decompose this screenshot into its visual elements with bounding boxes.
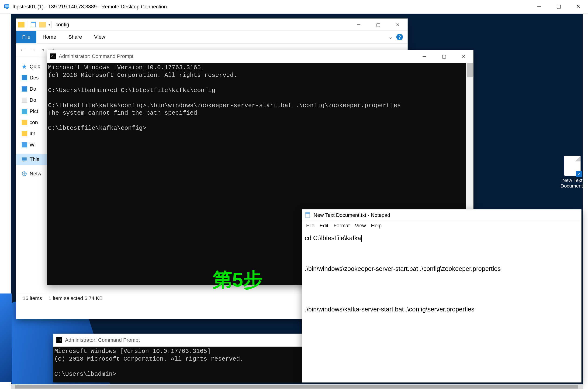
editor-line: .\bin\windows\kafka-server-start.bat .\c…	[305, 306, 475, 313]
explorer-window-controls: ─ ▢ ✕	[349, 19, 407, 31]
sidebar-item-label: Netw	[30, 171, 41, 177]
nav-back-icon[interactable]: ←	[19, 46, 26, 54]
folder-icon	[22, 131, 27, 136]
notepad-icon	[305, 212, 311, 218]
minimize-button[interactable]: ─	[349, 19, 368, 31]
minimize-button[interactable]: ─	[414, 50, 434, 63]
properties-icon[interactable]	[31, 22, 36, 27]
cmd1-title-text: Administrator: Command Prompt	[59, 53, 133, 59]
cmd1-titlebar: C:\ Administrator: Command Prompt ─ ▢ ✕	[47, 50, 473, 63]
tab-file[interactable]: File	[16, 31, 36, 43]
sidebar-item-label: Quic	[30, 64, 40, 70]
desktop-icon-label: Document.	[557, 183, 588, 189]
host-wallpaper-sliver	[0, 293, 12, 382]
nav-history-icon[interactable]: ▾	[39, 47, 47, 52]
folder-icon	[18, 22, 25, 28]
tab-home[interactable]: Home	[36, 31, 62, 43]
sidebar-item-label: Pict	[30, 108, 38, 114]
notepad-editor[interactable]: cd C:\lbtestfile\kafka .\bin\windows\zoo…	[302, 230, 582, 318]
star-icon	[22, 64, 27, 69]
separator	[28, 21, 28, 28]
scrollbar-thumb[interactable]	[467, 63, 473, 77]
sidebar-item-label: Do	[30, 97, 36, 103]
cmd2-titlebar: C:\ Administrator: Command Prompt	[53, 334, 302, 347]
desktop-icon	[22, 75, 27, 80]
annotation-step-5: 第5步	[213, 267, 263, 293]
network-icon	[22, 171, 27, 176]
notepad-window[interactable]: New Text Document.txt - Notepad File Edi…	[302, 209, 582, 383]
rdp-window: lbpstest01 (1) - 139.219.140.73:3389 - R…	[0, 0, 588, 389]
menu-view[interactable]: View	[353, 222, 368, 230]
explorer-ribbon: File Home Share View ⌄ ?	[16, 31, 407, 44]
cmd2-terminal[interactable]: Microsoft Windows [Version 10.0.17763.31…	[53, 347, 302, 383]
maximize-button[interactable]: ▢	[549, 0, 568, 13]
cmd2-title-text: Administrator: Command Prompt	[65, 337, 140, 343]
documents-icon	[22, 97, 27, 103]
help-icon[interactable]: ?	[396, 34, 403, 40]
menu-file[interactable]: File	[304, 222, 316, 230]
svg-rect-4	[22, 158, 27, 161]
sidebar-item-label: Wi	[30, 142, 36, 148]
svg-marker-3	[22, 64, 27, 69]
rdp-titlebar: lbpstest01 (1) - 139.219.140.73:3389 - R…	[0, 0, 588, 14]
cmd1-window-controls: ─ ▢ ✕	[414, 50, 473, 63]
sidebar-item-label: con	[30, 120, 38, 126]
sidebar-item-label: This	[30, 156, 39, 162]
notepad-menu-bar: File Edit Format View Help	[302, 221, 582, 230]
close-button[interactable]: ✕	[388, 19, 407, 31]
maximize-button[interactable]: ▢	[434, 50, 454, 63]
windows-icon	[22, 142, 27, 147]
rdp-icon	[4, 3, 10, 10]
notepad-titlebar: New Text Document.txt - Notepad	[302, 209, 582, 221]
tab-share[interactable]: Share	[62, 31, 88, 43]
sidebar-item-label: lbt	[30, 131, 35, 137]
rdp-window-controls: ─ ▢ ✕	[529, 0, 588, 13]
scrollbar-thumb[interactable]	[15, 385, 578, 389]
menu-edit[interactable]: Edit	[318, 222, 330, 230]
rdp-horizontal-scrollbar[interactable]	[11, 384, 583, 389]
menu-format[interactable]: Format	[331, 222, 352, 230]
explorer-title: config	[55, 22, 69, 28]
sidebar-item-label: Do	[30, 86, 36, 92]
sidebar-item-label: Des	[30, 75, 39, 81]
ribbon-expand-icon[interactable]: ⌄	[388, 34, 393, 40]
desktop-icon-label: New Text	[557, 177, 588, 183]
svg-rect-5	[23, 161, 25, 162]
editor-line: .\bin\windows\zookeeper-server-start.bat…	[305, 265, 501, 272]
cmd-window-2[interactable]: C:\ Administrator: Command Prompt Micros…	[53, 334, 303, 383]
desktop-icon-new-text-document[interactable]: New Text Document.	[557, 156, 588, 189]
downloads-icon	[22, 86, 27, 92]
editor-line: cd C:\lbtestfile\kafka	[305, 234, 361, 242]
svg-rect-1	[5, 5, 9, 7]
folder-icon[interactable]	[39, 22, 46, 28]
monitor-icon	[22, 157, 27, 162]
text-file-icon	[564, 156, 581, 176]
folder-icon	[22, 120, 27, 125]
tab-view[interactable]: View	[88, 31, 111, 43]
explorer-quick-access-toolbar: ▾ config ─ ▢ ✕	[16, 19, 407, 31]
pictures-icon	[22, 109, 27, 114]
cmd-icon: C:\	[56, 337, 62, 343]
svg-rect-2	[6, 8, 8, 9]
menu-help[interactable]: Help	[369, 222, 383, 230]
remote-desktop[interactable]: New Text Document. ▾ config ─ ▢ ✕ File	[11, 14, 583, 389]
text-caret	[361, 235, 362, 242]
nav-forward-icon[interactable]: →	[29, 46, 37, 54]
minimize-button[interactable]: ─	[529, 0, 549, 13]
close-button[interactable]: ✕	[454, 50, 473, 63]
cmd-icon: C:\	[50, 53, 56, 59]
status-selection: 1 item selected 6.74 KB	[48, 295, 103, 301]
status-item-count: 16 items	[23, 295, 42, 301]
notepad-title-text: New Text Document.txt - Notepad	[314, 212, 390, 218]
close-button[interactable]: ✕	[568, 0, 588, 13]
svg-rect-8	[305, 212, 310, 214]
rdp-title-text: lbpstest01 (1) - 139.219.140.73:3389 - R…	[13, 4, 167, 10]
maximize-button[interactable]: ▢	[368, 19, 388, 31]
